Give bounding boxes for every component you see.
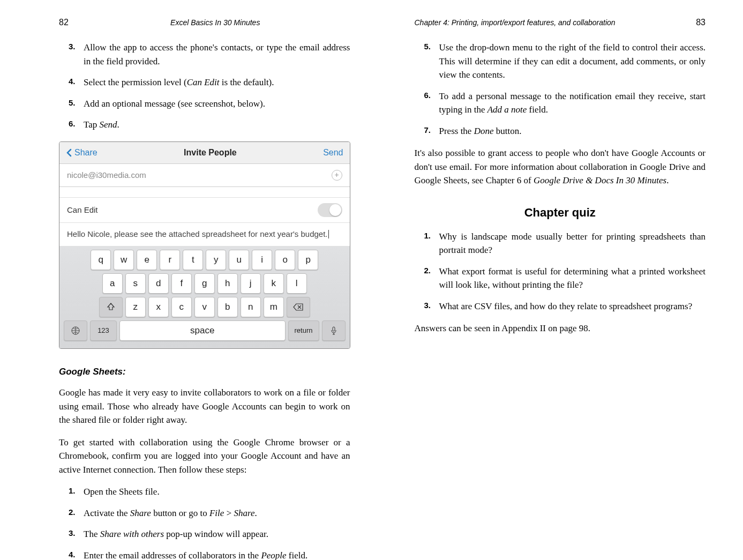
list-item: 5.Use the drop-down menu to the right of… (424, 41, 706, 82)
book-title: Excel Basics In 30 Minutes (80, 17, 350, 28)
mic-icon (330, 326, 337, 335)
step-number: 4. (69, 549, 76, 561)
step-number: 6. (424, 89, 431, 102)
key-j[interactable]: j (241, 273, 261, 294)
step-number: 3. (424, 300, 431, 312)
key-w[interactable]: w (114, 250, 134, 270)
globe-key[interactable] (64, 320, 87, 341)
step-number: 5. (424, 41, 431, 53)
running-head-right: Chapter 4: Printing, import/export featu… (415, 16, 706, 29)
key-b[interactable]: b (217, 297, 238, 317)
steps-list-right: 5.Use the drop-down menu to the right of… (415, 41, 706, 138)
space-key[interactable]: space (119, 320, 286, 341)
permission-toggle[interactable] (318, 203, 342, 217)
chapter-quiz-heading: Chapter quiz (415, 204, 706, 221)
key-c[interactable]: c (171, 297, 192, 317)
key-a[interactable]: a (102, 273, 123, 294)
screenshot-title: Invite People (97, 146, 323, 159)
page-number: 82 (59, 16, 80, 29)
key-h[interactable]: h (217, 273, 238, 294)
steps-list-b: 1.Open the Sheets file.2.Activate the Sh… (59, 485, 350, 560)
key-q[interactable]: q (91, 250, 111, 270)
list-item: 7.Press the Done button. (424, 124, 706, 138)
chevron-left-icon (66, 148, 72, 157)
key-l[interactable]: l (287, 273, 307, 294)
permission-row[interactable]: Can Edit (59, 198, 350, 223)
step-text: What are CSV files, and how do they rela… (439, 301, 693, 311)
key-d[interactable]: d (148, 273, 169, 294)
steps-list-a: 3.Allow the app to access the phone's co… (59, 41, 350, 132)
step-text: The Share with others pop-up window will… (84, 529, 268, 539)
page-number: 83 (684, 16, 706, 29)
message-text: Hello Nicole, please see the attached sp… (67, 228, 328, 241)
step-number: 6. (69, 118, 76, 130)
gs-paragraph-2: To get started with collaboration using … (59, 436, 350, 477)
key-u[interactable]: u (229, 250, 249, 270)
list-item: 1.Open the Sheets file. (69, 485, 350, 499)
permission-label: Can Edit (67, 204, 98, 216)
list-item: 2.What export format is useful for deter… (424, 265, 706, 292)
step-text: Allow the app to access the phone's cont… (84, 42, 350, 66)
step-text: Select the permission level (Can Edit is… (84, 77, 274, 87)
send-button[interactable]: Send (323, 146, 343, 159)
list-item: 6.To add a personal message to the notif… (424, 89, 706, 117)
key-v[interactable]: v (194, 297, 215, 317)
key-x[interactable]: x (148, 297, 169, 317)
backspace-key[interactable] (287, 297, 310, 317)
page-left: 82 Excel Basics In 30 Minutes 3.Allow th… (43, 16, 382, 544)
email-row[interactable]: nicole@i30media.com + (59, 164, 350, 188)
step-number: 3. (69, 41, 76, 53)
keyboard: qwertyuiop asdfghjkl zxcvbnm 123 space r… (59, 247, 350, 348)
backspace-icon (293, 303, 304, 311)
step-text: Add an optional message (see screenshot,… (84, 99, 265, 109)
key-i[interactable]: i (252, 250, 272, 270)
key-z[interactable]: z (125, 297, 146, 317)
key-y[interactable]: y (206, 250, 226, 270)
grant-access-paragraph: It's also possible to grant access to pe… (415, 146, 706, 188)
back-button[interactable]: Share (66, 146, 97, 159)
key-o[interactable]: o (275, 250, 295, 270)
numbers-key[interactable]: 123 (90, 320, 117, 341)
list-item: 1.Why is landscape mode usually better f… (424, 230, 706, 257)
key-f[interactable]: f (171, 273, 192, 294)
globe-icon (71, 326, 80, 335)
key-m[interactable]: m (264, 297, 284, 317)
key-p[interactable]: p (298, 250, 318, 270)
key-k[interactable]: k (264, 273, 284, 294)
step-text: What export format is useful for determi… (439, 266, 706, 290)
list-item: 4.Select the permission level (Can Edit … (69, 76, 350, 89)
step-text: Enter the email addresses of collaborato… (84, 550, 307, 561)
step-number: 1. (69, 485, 76, 497)
step-text: To add a personal message to the notific… (439, 91, 706, 115)
screenshot-header: Share Invite People Send (59, 142, 350, 164)
gs-paragraph-1: Google has made it very easy to invite c… (59, 386, 350, 427)
step-number: 1. (424, 230, 431, 242)
list-item: 3.What are CSV files, and how do they re… (424, 300, 706, 313)
key-g[interactable]: g (194, 273, 215, 294)
shift-icon (106, 302, 116, 312)
mic-key[interactable] (322, 320, 346, 341)
message-row[interactable]: Hello Nicole, please see the attached sp… (59, 223, 350, 247)
back-label: Share (74, 146, 97, 159)
list-item: 5.Add an optional message (see screensho… (69, 97, 350, 111)
key-t[interactable]: t (183, 250, 203, 270)
email-value: nicole@i30media.com (67, 169, 146, 182)
return-key[interactable]: return (288, 320, 319, 341)
list-item: 4.Enter the email addresses of collabora… (69, 549, 350, 561)
key-n[interactable]: n (241, 297, 261, 317)
list-item: 3.Allow the app to access the phone's co… (69, 41, 350, 68)
google-sheets-heading: Google Sheets: (59, 365, 350, 379)
add-contact-icon[interactable]: + (332, 170, 342, 181)
running-head-left: 82 Excel Basics In 30 Minutes (59, 16, 350, 29)
step-text: Open the Sheets file. (84, 487, 160, 497)
step-number: 4. (69, 76, 76, 88)
step-text: Tap Send. (84, 120, 119, 130)
key-r[interactable]: r (160, 250, 180, 270)
step-number: 7. (424, 124, 431, 137)
shift-key[interactable] (99, 297, 123, 317)
svg-rect-1 (333, 327, 335, 331)
key-e[interactable]: e (137, 250, 157, 270)
key-s[interactable]: s (125, 273, 146, 294)
step-number: 3. (69, 527, 76, 540)
step-number: 5. (69, 97, 76, 109)
